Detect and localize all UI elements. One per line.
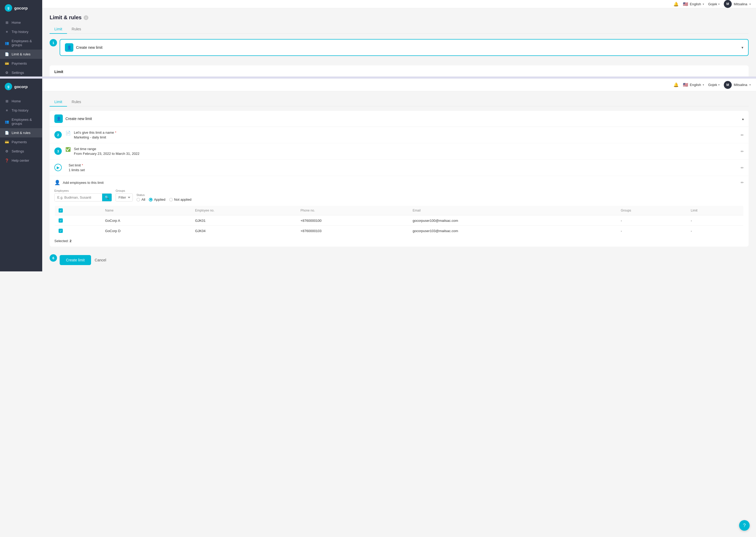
- logo-icon-2: g: [5, 83, 12, 90]
- sidebar2-item-employees[interactable]: 👥 Employees & groups: [0, 115, 42, 128]
- employees-edit[interactable]: ✏: [741, 181, 744, 185]
- status-not-applied-label: Not applied: [174, 197, 192, 201]
- sidebar2-label: Trip history: [12, 108, 28, 112]
- sidebar-item-limit-rules[interactable]: 📄 Limit & rules: [0, 50, 42, 59]
- user-chevron-2: ▾: [749, 83, 751, 86]
- sidebar2-item-help[interactable]: ❓ Help center: [0, 156, 42, 165]
- sidebar2-label: Payments: [12, 140, 27, 144]
- status-radio-group: All Applied Not applied: [136, 197, 192, 201]
- sidebar2-item-payments[interactable]: 💳 Payments: [0, 138, 42, 146]
- filters-row: Employees 🔍 Groups Filter: [54, 189, 744, 201]
- tabs-2: Limit Rules: [50, 98, 749, 106]
- employees-title: Add employees to this limit: [63, 181, 104, 185]
- company-selector[interactable]: Gojek ▾: [708, 2, 720, 6]
- cell-groups-1: -: [617, 216, 687, 226]
- company-selector-2[interactable]: Gojek ▾: [708, 83, 720, 87]
- step-2-value: Marketing - daily limit: [74, 135, 741, 139]
- sidebar2-label: Help center: [12, 158, 29, 162]
- row-checkbox-1[interactable]: ✓: [59, 218, 63, 223]
- page-title: Limit & rules: [50, 15, 81, 21]
- employees-search-button[interactable]: 🔍: [102, 193, 111, 201]
- sidebar2-item-limit[interactable]: 📄 Limit & rules: [0, 128, 42, 138]
- doc-icon: 📄: [66, 131, 71, 136]
- sidebar-item-label: Home: [12, 21, 21, 24]
- sidebar2-item-trip[interactable]: ≡ Trip history: [0, 106, 42, 115]
- col-checkbox: ✓: [55, 205, 101, 216]
- employees-icon-sec: 👤: [54, 180, 60, 186]
- payments-icon: 💳: [5, 62, 9, 65]
- cell-name-1: GoCorp A: [101, 216, 191, 226]
- step-4-edit[interactable]: ✏: [741, 166, 744, 170]
- col-email: Email: [409, 205, 617, 216]
- selected-count: Selected: 2: [54, 239, 744, 243]
- create-limit-button[interactable]: Create limit: [60, 255, 91, 265]
- cell-name-2: GoCorp D: [101, 226, 191, 236]
- cancel-button[interactable]: Cancel: [95, 258, 106, 262]
- groups-filter-select[interactable]: Filter: [115, 193, 133, 201]
- avatar-2: M: [724, 81, 732, 89]
- cell-phone-2: +8760000103: [297, 226, 409, 236]
- employees-filter-group: Employees 🔍: [54, 189, 112, 201]
- cell-email-1: gocorpuser100@mailsac.com: [409, 216, 617, 226]
- status-all[interactable]: All: [136, 197, 145, 201]
- create-icon-2: 👤: [54, 114, 63, 123]
- user-name-2: Mitsalina: [734, 83, 747, 87]
- create-limit-toggle[interactable]: 👤 Create new limit ▾: [60, 40, 748, 56]
- tab-rules[interactable]: Rules: [67, 25, 86, 34]
- step-4-row: ▶ Set limit * 1 limits set ✏: [50, 160, 749, 176]
- tab-limit-2[interactable]: Limit: [50, 98, 67, 106]
- create-limit-expanded: 👤 Create new limit ▴ 2 📄 Let': [50, 111, 749, 247]
- bottom-actions: Create limit Cancel: [60, 255, 106, 265]
- trip-icon: ≡: [5, 30, 9, 34]
- emp-icon-2: 👥: [5, 120, 9, 124]
- language-selector-2[interactable]: 🇺🇸 English ▾: [683, 82, 704, 87]
- set-icon-2: ⚙: [5, 149, 9, 153]
- home-icon-2: ⊞: [5, 99, 9, 103]
- col-phone: Phone no.: [297, 205, 409, 216]
- logo-text: gocorp: [14, 6, 28, 10]
- tab-limit[interactable]: Limit: [50, 25, 67, 34]
- limit-section-title: Limit: [50, 70, 749, 76]
- limit-icon: 📄: [5, 52, 9, 56]
- flag-icon-2: 🇺🇸: [683, 82, 688, 87]
- user-menu-2[interactable]: M Mitsalina ▾: [724, 81, 751, 89]
- notification-bell[interactable]: 🔔: [673, 2, 679, 7]
- sidebar2-label: Limit & rules: [12, 131, 31, 135]
- sidebar-item-employees[interactable]: 👥 Employees & groups: [0, 36, 42, 50]
- step-2-edit[interactable]: ✏: [741, 133, 744, 137]
- select-all-checkbox[interactable]: ✓: [59, 208, 63, 213]
- status-not-applied[interactable]: Not applied: [169, 197, 192, 201]
- language-selector[interactable]: 🇺🇸 English ▾: [683, 2, 704, 7]
- sidebar-item-settings[interactable]: ⚙ Settings: [0, 68, 42, 76]
- status-applied[interactable]: Applied: [149, 197, 165, 201]
- company-name: Gojek: [708, 2, 717, 6]
- company-name-2: Gojek: [708, 83, 717, 87]
- info-icon[interactable]: i: [84, 15, 88, 20]
- table-row: ✓ GoCorp A GJK01 +8760000100 gocorpuser1…: [55, 216, 744, 226]
- cell-limit-1: -: [687, 216, 744, 226]
- employees-search-input[interactable]: [55, 193, 102, 201]
- create-limit-header[interactable]: 👤 Create new limit ▴: [50, 111, 749, 127]
- sidebar-item-home[interactable]: ⊞ Home: [0, 18, 42, 27]
- header-2: 🔔 🇺🇸 English ▾ Gojek ▾ M Mitsalina ▾: [42, 79, 756, 91]
- employees-filter-label: Employees: [54, 189, 112, 192]
- status-all-label: All: [141, 197, 145, 201]
- sidebar-item-payments[interactable]: 💳 Payments: [0, 59, 42, 68]
- step-3-edit[interactable]: ✏: [741, 149, 744, 153]
- cell-groups-2: -: [617, 226, 687, 236]
- collapse-icon: ▾: [741, 45, 743, 50]
- sidebar-item-trip-history[interactable]: ≡ Trip history: [0, 27, 42, 36]
- radio-notapplied-circle: [169, 198, 173, 201]
- cell-check-1: ✓: [55, 216, 101, 226]
- logo-2: g gocorp: [0, 79, 42, 95]
- lang-chevron: ▾: [703, 3, 704, 6]
- tab-rules-2[interactable]: Rules: [67, 98, 86, 106]
- sidebar2-item-settings[interactable]: ⚙ Settings: [0, 146, 42, 156]
- user-menu[interactable]: M Mitsalina ▾: [724, 0, 751, 8]
- user-chevron: ▾: [749, 3, 751, 6]
- step-4-title: Set limit *: [68, 163, 741, 167]
- sidebar2-item-home[interactable]: ⊞ Home: [0, 97, 42, 106]
- language-label-2: English: [690, 83, 701, 87]
- notification-bell-2[interactable]: 🔔: [673, 82, 679, 87]
- row-checkbox-2[interactable]: ✓: [59, 229, 63, 233]
